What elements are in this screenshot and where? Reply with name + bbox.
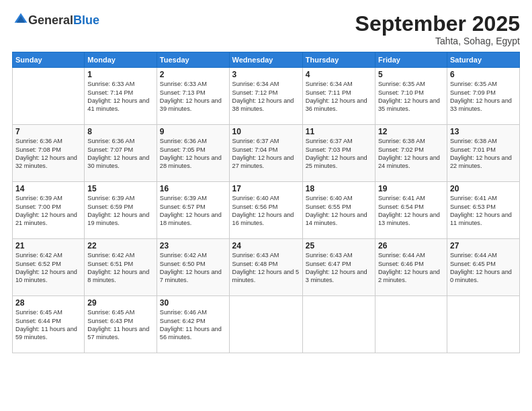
day-number: 22	[87, 241, 154, 250]
day-info: Sunrise: 6:39 AM Sunset: 6:59 PM Dayligh…	[87, 194, 154, 228]
title-block: September 2025 Tahta, Sohag, Egypt	[355, 12, 520, 46]
calendar-cell: 20Sunrise: 6:41 AM Sunset: 6:53 PM Dayli…	[447, 182, 519, 239]
calendar-cell: 29Sunrise: 6:45 AM Sunset: 6:43 PM Dayli…	[85, 296, 157, 353]
calendar-cell: 2Sunrise: 6:33 AM Sunset: 7:13 PM Daylig…	[157, 68, 229, 125]
day-info: Sunrise: 6:44 AM Sunset: 6:46 PM Dayligh…	[378, 251, 444, 285]
day-number: 5	[378, 70, 444, 79]
logo-icon	[13, 12, 28, 27]
calendar-table: Sunday Monday Tuesday Wednesday Thursday…	[12, 52, 520, 353]
calendar-cell: 6Sunrise: 6:35 AM Sunset: 7:09 PM Daylig…	[447, 68, 519, 125]
day-info: Sunrise: 6:38 AM Sunset: 7:01 PM Dayligh…	[450, 137, 517, 171]
calendar-cell: 23Sunrise: 6:42 AM Sunset: 6:50 PM Dayli…	[157, 239, 229, 296]
day-info: Sunrise: 6:40 AM Sunset: 6:55 PM Dayligh…	[306, 194, 372, 228]
day-number: 24	[232, 241, 300, 250]
day-info: Sunrise: 6:42 AM Sunset: 6:51 PM Dayligh…	[87, 251, 154, 285]
day-number: 8	[87, 127, 154, 136]
day-info: Sunrise: 6:43 AM Sunset: 6:47 PM Dayligh…	[306, 251, 372, 285]
col-monday: Monday	[85, 52, 157, 68]
calendar-cell: 19Sunrise: 6:41 AM Sunset: 6:54 PM Dayli…	[375, 182, 447, 239]
day-number: 6	[450, 70, 517, 79]
calendar-cell: 21Sunrise: 6:42 AM Sunset: 6:52 PM Dayli…	[13, 239, 85, 296]
day-number: 23	[160, 241, 226, 250]
calendar-cell: 9Sunrise: 6:36 AM Sunset: 7:05 PM Daylig…	[157, 125, 229, 182]
calendar-cell	[447, 296, 519, 353]
day-number: 13	[450, 127, 517, 136]
day-info: Sunrise: 6:34 AM Sunset: 7:12 PM Dayligh…	[232, 80, 300, 113]
location-subtitle: Tahta, Sohag, Egypt	[355, 36, 520, 46]
col-sunday: Sunday	[13, 52, 85, 68]
day-info: Sunrise: 6:36 AM Sunset: 7:07 PM Dayligh…	[87, 137, 154, 171]
calendar-cell: 1Sunrise: 6:33 AM Sunset: 7:14 PM Daylig…	[85, 68, 157, 125]
day-number: 4	[306, 70, 372, 79]
calendar-cell: 3Sunrise: 6:34 AM Sunset: 7:12 PM Daylig…	[229, 68, 302, 125]
day-info: Sunrise: 6:34 AM Sunset: 7:11 PM Dayligh…	[306, 80, 372, 113]
day-info: Sunrise: 6:37 AM Sunset: 7:03 PM Dayligh…	[306, 137, 372, 171]
calendar-cell: 7Sunrise: 6:36 AM Sunset: 7:08 PM Daylig…	[13, 125, 85, 182]
calendar-week-row: 28Sunrise: 6:45 AM Sunset: 6:44 PM Dayli…	[13, 296, 520, 353]
day-number: 2	[160, 70, 226, 79]
day-info: Sunrise: 6:42 AM Sunset: 6:50 PM Dayligh…	[160, 251, 226, 285]
day-info: Sunrise: 6:37 AM Sunset: 7:04 PM Dayligh…	[232, 137, 300, 171]
calendar-cell: 4Sunrise: 6:34 AM Sunset: 7:11 PM Daylig…	[302, 68, 375, 125]
day-info: Sunrise: 6:35 AM Sunset: 7:09 PM Dayligh…	[450, 80, 517, 113]
day-number: 28	[15, 298, 81, 308]
day-number: 16	[160, 184, 226, 193]
calendar-cell: 18Sunrise: 6:40 AM Sunset: 6:55 PM Dayli…	[302, 182, 375, 239]
day-info: Sunrise: 6:33 AM Sunset: 7:13 PM Dayligh…	[160, 80, 226, 113]
day-info: Sunrise: 6:46 AM Sunset: 6:42 PM Dayligh…	[160, 308, 226, 342]
day-number: 11	[306, 127, 372, 136]
day-info: Sunrise: 6:41 AM Sunset: 6:54 PM Dayligh…	[378, 194, 444, 228]
calendar-cell: 30Sunrise: 6:46 AM Sunset: 6:42 PM Dayli…	[157, 296, 229, 353]
day-number: 27	[450, 241, 517, 250]
calendar-cell: 5Sunrise: 6:35 AM Sunset: 7:10 PM Daylig…	[375, 68, 447, 125]
logo: GeneralBlue	[12, 12, 99, 30]
calendar-cell: 27Sunrise: 6:44 AM Sunset: 6:45 PM Dayli…	[447, 239, 519, 296]
col-saturday: Saturday	[447, 52, 519, 68]
day-info: Sunrise: 6:41 AM Sunset: 6:53 PM Dayligh…	[450, 194, 517, 228]
page: GeneralBlue September 2025 Tahta, Sohag,…	[0, 0, 532, 411]
calendar-cell: 12Sunrise: 6:38 AM Sunset: 7:02 PM Dayli…	[375, 125, 447, 182]
calendar-cell: 22Sunrise: 6:42 AM Sunset: 6:51 PM Dayli…	[85, 239, 157, 296]
calendar-week-row: 7Sunrise: 6:36 AM Sunset: 7:08 PM Daylig…	[13, 125, 520, 182]
day-number: 7	[15, 127, 81, 136]
calendar-cell: 11Sunrise: 6:37 AM Sunset: 7:03 PM Dayli…	[302, 125, 375, 182]
day-number: 1	[87, 70, 154, 79]
day-number: 12	[378, 127, 444, 136]
day-info: Sunrise: 6:36 AM Sunset: 7:05 PM Dayligh…	[160, 137, 226, 171]
day-info: Sunrise: 6:36 AM Sunset: 7:08 PM Dayligh…	[15, 137, 81, 171]
day-info: Sunrise: 6:35 AM Sunset: 7:10 PM Dayligh…	[378, 80, 444, 113]
calendar-cell	[375, 296, 447, 353]
col-friday: Friday	[375, 52, 447, 68]
day-info: Sunrise: 6:43 AM Sunset: 6:48 PM Dayligh…	[232, 251, 300, 285]
calendar-cell: 14Sunrise: 6:39 AM Sunset: 7:00 PM Dayli…	[13, 182, 85, 239]
day-number: 25	[306, 241, 372, 250]
calendar-cell: 26Sunrise: 6:44 AM Sunset: 6:46 PM Dayli…	[375, 239, 447, 296]
day-number: 20	[450, 184, 517, 193]
calendar-cell: 15Sunrise: 6:39 AM Sunset: 6:59 PM Dayli…	[85, 182, 157, 239]
calendar-cell: 16Sunrise: 6:39 AM Sunset: 6:57 PM Dayli…	[157, 182, 229, 239]
logo-general-text: General	[28, 13, 73, 27]
calendar-week-row: 1Sunrise: 6:33 AM Sunset: 7:14 PM Daylig…	[13, 68, 520, 125]
calendar-cell: 8Sunrise: 6:36 AM Sunset: 7:07 PM Daylig…	[85, 125, 157, 182]
month-title: September 2025	[355, 12, 520, 36]
day-number: 21	[15, 241, 81, 250]
day-info: Sunrise: 6:38 AM Sunset: 7:02 PM Dayligh…	[378, 137, 444, 171]
header: GeneralBlue September 2025 Tahta, Sohag,…	[12, 12, 520, 46]
day-info: Sunrise: 6:45 AM Sunset: 6:44 PM Dayligh…	[15, 308, 81, 342]
calendar-cell: 28Sunrise: 6:45 AM Sunset: 6:44 PM Dayli…	[13, 296, 85, 353]
day-number: 26	[378, 241, 444, 250]
day-number: 19	[378, 184, 444, 193]
day-number: 14	[15, 184, 81, 193]
calendar-header-row: Sunday Monday Tuesday Wednesday Thursday…	[13, 52, 520, 68]
day-info: Sunrise: 6:40 AM Sunset: 6:56 PM Dayligh…	[232, 194, 300, 228]
day-number: 10	[232, 127, 300, 136]
calendar-cell	[13, 68, 85, 125]
calendar-week-row: 14Sunrise: 6:39 AM Sunset: 7:00 PM Dayli…	[13, 182, 520, 239]
day-info: Sunrise: 6:39 AM Sunset: 6:57 PM Dayligh…	[160, 194, 226, 228]
day-number: 17	[232, 184, 300, 193]
calendar-cell: 25Sunrise: 6:43 AM Sunset: 6:47 PM Dayli…	[302, 239, 375, 296]
day-info: Sunrise: 6:45 AM Sunset: 6:43 PM Dayligh…	[87, 308, 154, 342]
col-wednesday: Wednesday	[229, 52, 302, 68]
calendar-cell: 10Sunrise: 6:37 AM Sunset: 7:04 PM Dayli…	[229, 125, 302, 182]
calendar-week-row: 21Sunrise: 6:42 AM Sunset: 6:52 PM Dayli…	[13, 239, 520, 296]
